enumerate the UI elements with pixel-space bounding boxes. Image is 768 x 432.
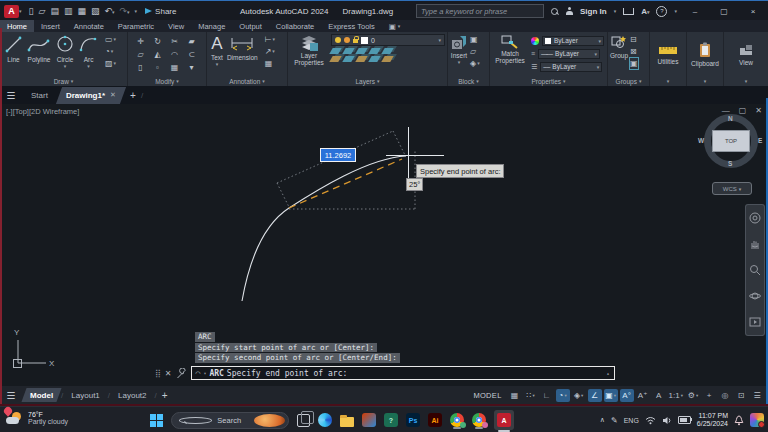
panel-label-groups[interactable]: Groups▾ <box>608 76 649 86</box>
layout2-tab[interactable]: Layout2 <box>110 388 154 402</box>
scale-icon[interactable]: ▫ <box>149 61 166 74</box>
command-input[interactable]: ◠ ▾ ARC Specify end point of arc: ▴ <box>191 366 615 380</box>
save-as-icon[interactable]: ▥ <box>64 6 73 16</box>
start-tab[interactable]: Start <box>22 86 57 104</box>
taskbar-search[interactable]: Search <box>171 412 289 429</box>
qat-customize-icon[interactable]: ▾ <box>135 8 138 14</box>
close-button[interactable]: × <box>742 7 764 16</box>
orbit-icon[interactable] <box>749 290 761 302</box>
layout-menu-icon[interactable]: ☰ <box>0 390 22 401</box>
layer-tool-icon[interactable] <box>368 56 380 62</box>
group-selection-icon[interactable]: ▣ <box>630 58 638 69</box>
text-button[interactable]: A Text▾ <box>211 34 223 67</box>
scale-value[interactable]: 1:1▾ <box>668 389 684 402</box>
hatch-icon[interactable]: ▨▾ <box>105 58 116 69</box>
ribbon-tab-view[interactable]: View <box>161 20 191 32</box>
layer-tool-icon[interactable] <box>368 48 380 54</box>
object-snap-tracking-icon[interactable]: ∠ <box>588 389 602 402</box>
linetype-dropdown[interactable]: – – ByLayer ▾ <box>540 62 602 72</box>
drawing-canvas[interactable]: Y X [-][Top][2D Wireframe] — ▢ <box>0 104 768 386</box>
erase-icon[interactable]: ▰ <box>183 35 200 48</box>
autoscale-icon[interactable]: A⁺ <box>636 389 650 402</box>
file-explorer-icon[interactable] <box>340 417 354 427</box>
isodraft-icon[interactable]: ◈▾ <box>572 389 586 402</box>
print-icon[interactable]: ▧ <box>91 6 100 16</box>
new-drawing-tab-button[interactable]: + <box>125 86 141 104</box>
ribbon-tab-parametric[interactable]: Parametric <box>111 20 161 32</box>
table-icon[interactable]: ▦ <box>265 58 275 69</box>
language-indicator[interactable]: ENG <box>624 417 639 424</box>
wcs-dropdown[interactable]: WCS▾ <box>712 182 752 195</box>
viewcube-top-face[interactable]: TOP <box>712 130 750 152</box>
help-search-input[interactable]: Type a keyword or phrase <box>416 4 544 18</box>
insert-button[interactable]: Insert▾ <box>450 34 468 65</box>
office-icon[interactable] <box>362 413 376 427</box>
object-color-dropdown[interactable]: ByLayer ▾ <box>542 36 604 46</box>
sign-in-caret-icon[interactable]: ▾ <box>614 8 617 14</box>
share-button[interactable]: Share <box>145 7 176 16</box>
open-icon[interactable]: ▱ <box>38 6 45 16</box>
ribbon-tab-home[interactable]: Home <box>0 20 34 32</box>
wifi-icon[interactable] <box>645 416 656 425</box>
panel-expand-utilities[interactable]: ▾ <box>650 76 686 86</box>
match-properties-button[interactable]: Match Properties <box>493 34 527 64</box>
store-cart-icon[interactable] <box>623 8 634 15</box>
layer-dropdown[interactable]: 0 ▾ <box>331 34 445 46</box>
viewcube-west[interactable]: W <box>698 137 704 144</box>
chat-app-icon[interactable]: ? <box>384 413 398 427</box>
ribbon-tab-insert[interactable]: Insert <box>34 20 67 32</box>
customization-plus-icon[interactable]: + <box>702 389 716 402</box>
clipboard-button[interactable]: Clipboard <box>687 32 723 76</box>
view-button[interactable]: View <box>724 32 768 76</box>
battery-icon[interactable] <box>678 416 691 424</box>
rectangle-icon[interactable]: ▭▾ <box>105 34 116 45</box>
polar-tracking-icon[interactable]: ◔▾ <box>556 389 570 402</box>
ribbon-tab-manage[interactable]: Manage <box>191 20 232 32</box>
minimize-button[interactable]: – <box>684 7 706 16</box>
layer-tool-icon[interactable] <box>329 56 341 62</box>
help-icon[interactable]: ? <box>656 6 667 17</box>
maximize-button[interactable]: ▢ <box>713 7 735 16</box>
stretch-icon[interactable]: ▯ <box>132 61 149 74</box>
help-caret-icon[interactable]: ▾ <box>674 8 677 14</box>
command-options-caret-icon[interactable]: ▾ <box>203 370 206 376</box>
panel-label-layers[interactable]: Layers▾ <box>288 76 447 86</box>
trim-icon[interactable]: ✂ <box>166 35 183 48</box>
layer-tool-icon[interactable] <box>381 48 393 54</box>
search-icon[interactable] <box>551 8 558 15</box>
layer-tool-icon[interactable] <box>355 48 367 54</box>
modify-more-icon[interactable]: ▾ <box>183 61 200 74</box>
utilities-button[interactable]: Utilities <box>650 32 686 76</box>
plot-icon[interactable]: ▦ <box>77 6 86 16</box>
polyline-button[interactable]: Polyline <box>27 34 51 63</box>
autocad-taskbar-icon[interactable]: A <box>494 410 514 430</box>
group-edit-icon[interactable]: ⊠ <box>630 46 638 57</box>
layer-dropdown-caret-icon[interactable]: ▾ <box>438 37 441 43</box>
app-menu-caret-icon[interactable]: ▾ <box>19 8 22 14</box>
snap-toggle-icon[interactable]: ∷▾ <box>524 389 538 402</box>
panel-label-properties[interactable]: Properties▾ <box>490 76 607 86</box>
annotation-visibility-icon[interactable]: A° <box>620 389 634 402</box>
layer-tool-icon[interactable] <box>342 48 354 54</box>
screen-capture-icon[interactable] <box>750 413 764 427</box>
undo-icon[interactable]: ↶▾ <box>104 6 114 16</box>
pen-icon[interactable]: ✎ <box>611 416 618 425</box>
customize-wrench-icon[interactable] <box>176 368 187 379</box>
chrome-icon[interactable] <box>450 413 464 427</box>
viewport-controls[interactable]: [-][Top][2D Wireframe] <box>6 107 79 116</box>
offset-icon[interactable]: ⊂ <box>183 48 200 61</box>
command-line-grip[interactable]: ⣿ <box>155 369 161 378</box>
redo-icon[interactable]: ↷▾ <box>120 6 130 16</box>
group-button[interactable]: Group <box>610 34 628 59</box>
chrome-icon-2[interactable] <box>472 413 486 427</box>
dynamic-angle-field[interactable]: 25° <box>406 178 423 191</box>
zoom-icon[interactable] <box>749 264 761 276</box>
close-tab-icon[interactable]: ✕ <box>110 91 116 99</box>
move-icon[interactable]: ✛ <box>132 35 149 48</box>
multileader-icon[interactable]: ↗▾ <box>265 46 275 57</box>
panel-label-block[interactable]: Block▾ <box>448 76 489 86</box>
command-expand-icon[interactable]: ▴ <box>607 370 610 376</box>
recent-commands-icon[interactable]: ◠ <box>196 369 201 378</box>
layer-properties-button[interactable]: Layer Properties <box>291 34 327 66</box>
panel-expand-clipboard[interactable]: ▾ <box>687 76 723 86</box>
